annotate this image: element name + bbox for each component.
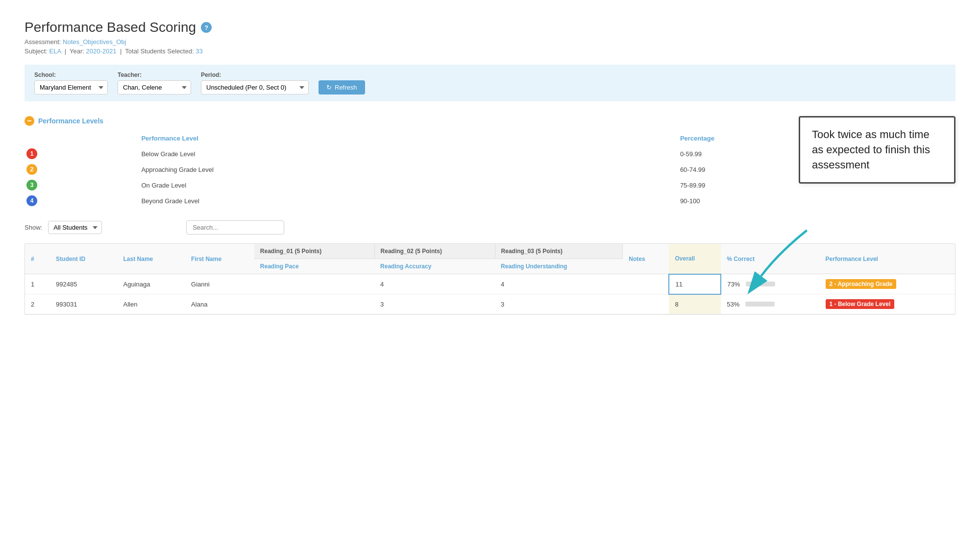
cell-student-id: 993031 bbox=[50, 294, 117, 314]
cell-notes bbox=[623, 274, 669, 294]
data-table: # Student ID Last Name First Name Readin… bbox=[25, 244, 955, 314]
page-title: Performance Based Scoring bbox=[24, 20, 196, 35]
annotation-text: Took twice as much time as expected to f… bbox=[812, 128, 930, 171]
cell-reading02: 4 bbox=[374, 274, 495, 294]
top-area: Performance Based Scoring ? Assessment: … bbox=[24, 20, 956, 65]
page-title-row: Performance Based Scoring ? bbox=[24, 20, 956, 35]
show-select[interactable]: All Students bbox=[48, 221, 102, 234]
school-select[interactable]: Maryland Element bbox=[34, 80, 108, 95]
period-filter-group: Period: Unscheduled (Per 0, Sect 0) bbox=[201, 71, 309, 95]
cell-student-id: 992485 bbox=[50, 274, 117, 294]
main-content-area: Took twice as much time as expected to f… bbox=[24, 116, 956, 315]
col-hash: # bbox=[25, 244, 50, 274]
assessment-subtitle: Assessment: Notes_Objectives_Obj bbox=[24, 38, 956, 46]
show-row: Show: All Students bbox=[24, 220, 956, 235]
show-label: Show: bbox=[24, 224, 42, 231]
col-student-id: Student ID bbox=[50, 244, 117, 274]
data-table-wrapper: # Student ID Last Name First Name Readin… bbox=[24, 243, 956, 315]
perf-label: Beyond Grade Level bbox=[139, 193, 678, 209]
perf-level-badge: 1 - Below Grade Level bbox=[826, 299, 895, 309]
period-select[interactable]: Unscheduled (Per 0, Sect 0) bbox=[201, 80, 309, 95]
perf-badge-cell: 3 bbox=[24, 177, 139, 193]
annotation-container: Took twice as much time as expected to f… bbox=[799, 116, 956, 184]
teacher-label: Teacher: bbox=[118, 71, 191, 78]
cell-reading03: 4 bbox=[495, 274, 623, 294]
cell-percent: 53% bbox=[721, 294, 819, 314]
cell-last-name: Allen bbox=[118, 294, 186, 314]
col-level-header: Performance Level bbox=[139, 133, 678, 146]
percent-bar: 53% bbox=[727, 301, 775, 308]
cell-perf-level: 2 - Approaching Grade bbox=[820, 274, 955, 294]
percent-text: 73% bbox=[727, 281, 744, 288]
annotation-box: Took twice as much time as expected to f… bbox=[799, 116, 956, 184]
percent-text: 53% bbox=[727, 301, 743, 308]
cell-first-name: Alana bbox=[185, 294, 254, 314]
group3-header: Reading_03 (5 Points) bbox=[495, 244, 623, 259]
col-notes: Notes bbox=[623, 244, 669, 274]
group3-sub: Reading Understanding bbox=[495, 259, 623, 274]
teacher-filter-group: Teacher: Chan, Celene bbox=[118, 71, 191, 95]
perf-badge-cell: 2 bbox=[24, 162, 139, 177]
level-badge: 4 bbox=[26, 195, 37, 206]
perf-label: On Grade Level bbox=[139, 177, 678, 193]
cell-overall: 8 bbox=[669, 294, 721, 314]
cell-num: 1 bbox=[25, 274, 50, 294]
period-label: Period: bbox=[201, 71, 309, 78]
filter-bar: School: Maryland Element Teacher: Chan, … bbox=[24, 65, 956, 101]
bar-track bbox=[745, 302, 775, 307]
perf-level-row: 4 Beyond Grade Level 90-100 bbox=[24, 193, 956, 209]
col-perf-level: Performance Level bbox=[820, 244, 955, 274]
perf-badge-cell: 1 bbox=[24, 146, 139, 162]
table-row: 1 992485 Aguinaga Gianni 4 4 11 73% 2 - … bbox=[25, 274, 955, 294]
teacher-select[interactable]: Chan, Celene bbox=[118, 80, 191, 95]
search-input[interactable] bbox=[186, 220, 284, 235]
group1-sub: Reading Pace bbox=[254, 259, 374, 274]
school-label: School: bbox=[34, 71, 108, 78]
level-badge: 3 bbox=[26, 180, 37, 190]
cell-percent: 73% bbox=[721, 274, 819, 294]
level-badge: 2 bbox=[26, 164, 37, 175]
page-container: Performance Based Scoring ? Assessment: … bbox=[0, 0, 980, 334]
help-icon[interactable]: ? bbox=[201, 22, 212, 33]
cell-reading02: 3 bbox=[374, 294, 495, 314]
table-row: 2 993031 Allen Alana 3 3 8 53% 1 - Below… bbox=[25, 294, 955, 314]
assessment-link[interactable]: Notes_Objectives_Obj bbox=[63, 38, 126, 46]
meta-row: Subject: ELA | Year: 2020-2021 | Total S… bbox=[24, 47, 956, 55]
group2-sub: Reading Accuracy bbox=[374, 259, 495, 274]
cell-reading03: 3 bbox=[495, 294, 623, 314]
perf-label: Approaching Grade Level bbox=[139, 162, 678, 177]
section-title: Performance Levels bbox=[38, 117, 103, 125]
col-percent: % Correct bbox=[721, 244, 819, 274]
main-left: Performance Based Scoring ? Assessment: … bbox=[24, 20, 956, 65]
refresh-icon: ↻ bbox=[326, 84, 332, 91]
perf-badge-cell: 4 bbox=[24, 193, 139, 209]
cell-reading01 bbox=[254, 274, 374, 294]
cell-notes bbox=[623, 294, 669, 314]
bar-track bbox=[746, 282, 775, 286]
collapse-icon[interactable]: − bbox=[24, 116, 34, 126]
cell-overall: 11 bbox=[669, 274, 721, 294]
cell-perf-level: 1 - Below Grade Level bbox=[820, 294, 955, 314]
school-filter-group: School: Maryland Element bbox=[34, 71, 108, 95]
perf-label: Below Grade Level bbox=[139, 146, 678, 162]
level-badge: 1 bbox=[26, 148, 37, 159]
col-last-name: Last Name bbox=[118, 244, 186, 274]
cell-first-name: Gianni bbox=[185, 274, 254, 294]
perf-range: 90-100 bbox=[678, 193, 956, 209]
cell-num: 2 bbox=[25, 294, 50, 314]
refresh-label: Refresh bbox=[335, 84, 357, 91]
col-overall: Overall bbox=[669, 244, 721, 274]
percent-bar: 73% bbox=[727, 281, 775, 288]
refresh-button[interactable]: ↻ Refresh bbox=[318, 80, 365, 95]
perf-level-badge: 2 - Approaching Grade bbox=[826, 279, 897, 289]
cell-reading01 bbox=[254, 294, 374, 314]
group2-header: Reading_02 (5 Points) bbox=[374, 244, 495, 259]
cell-last-name: Aguinaga bbox=[118, 274, 186, 294]
col-first-name: First Name bbox=[185, 244, 254, 274]
group1-header: Reading_01 (5 Points) bbox=[254, 244, 374, 259]
